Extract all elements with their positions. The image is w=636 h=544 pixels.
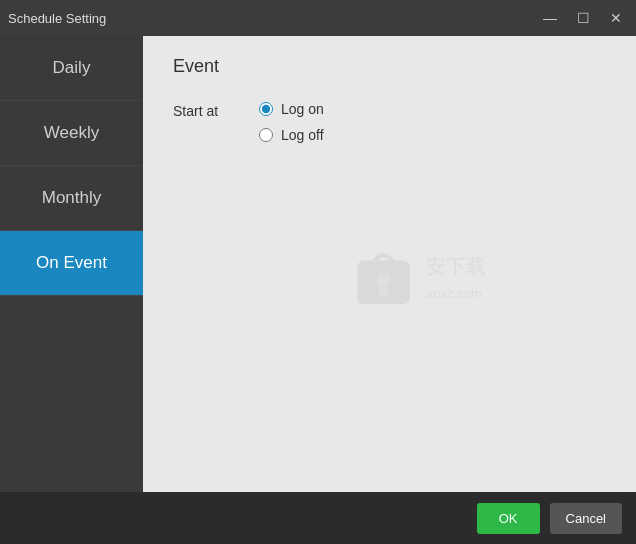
radio-log-on-input[interactable]	[259, 102, 273, 116]
footer: OK Cancel	[0, 492, 636, 544]
radio-log-off[interactable]: Log off	[259, 127, 324, 143]
minimize-button[interactable]: —	[537, 9, 563, 27]
section-title: Event	[173, 56, 606, 77]
radio-log-off-input[interactable]	[259, 128, 273, 142]
sidebar-item-on-event[interactable]: On Event	[0, 231, 143, 296]
cancel-button[interactable]: Cancel	[550, 503, 622, 534]
radio-log-on-label: Log on	[281, 101, 324, 117]
window-controls: — ☐ ✕	[537, 9, 628, 27]
radio-log-off-label: Log off	[281, 127, 324, 143]
radio-log-on[interactable]: Log on	[259, 101, 324, 117]
main-content: Daily Weekly Monthly On Event Event Star…	[0, 36, 636, 492]
title-bar: Schedule Setting — ☐ ✕	[0, 0, 636, 36]
svg-rect-0	[357, 261, 410, 305]
sidebar: Daily Weekly Monthly On Event	[0, 36, 143, 492]
svg-point-1	[376, 273, 390, 287]
sidebar-item-daily[interactable]: Daily	[0, 36, 143, 101]
sidebar-item-weekly[interactable]: Weekly	[0, 101, 143, 166]
start-at-row: Start at Log on Log off	[173, 101, 606, 143]
content-area: Event Start at Log on Log off	[143, 36, 636, 492]
watermark: 安下载anxz.com	[348, 243, 486, 313]
maximize-button[interactable]: ☐	[571, 9, 596, 27]
close-button[interactable]: ✕	[604, 9, 628, 27]
watermark-icon	[348, 243, 418, 313]
watermark-text: 安下载anxz.com	[426, 253, 486, 303]
window-title: Schedule Setting	[8, 11, 106, 26]
ok-button[interactable]: OK	[477, 503, 540, 534]
svg-rect-2	[379, 285, 388, 296]
start-at-label: Start at	[173, 101, 243, 119]
sidebar-item-monthly[interactable]: Monthly	[0, 166, 143, 231]
radio-group: Log on Log off	[259, 101, 324, 143]
